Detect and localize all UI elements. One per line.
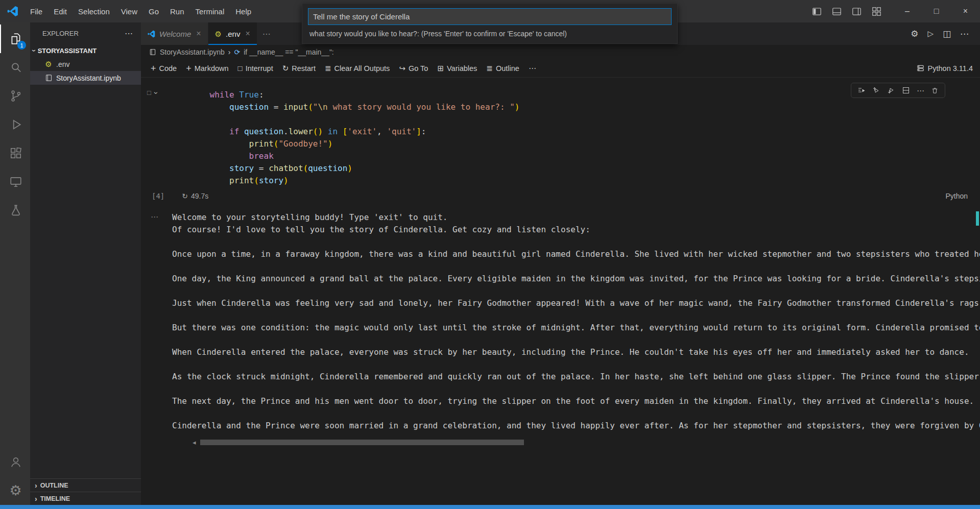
explorer-badge: 1 <box>17 41 26 50</box>
execution-count: [4] <box>152 192 164 200</box>
chevron-right-icon: › <box>35 482 37 489</box>
toggle-secondary-sidebar-icon[interactable] <box>848 4 866 19</box>
close-tab-icon[interactable]: × <box>196 29 201 38</box>
outline-button[interactable]: ≣ Outline <box>482 62 524 75</box>
search-icon[interactable] <box>0 53 30 82</box>
run-and-debug-icon[interactable] <box>0 110 30 139</box>
delete-cell-icon[interactable] <box>928 86 941 95</box>
quick-input-field[interactable] <box>308 8 672 25</box>
kernel-label: Python 3.11.4 <box>928 64 973 72</box>
cell-more-actions-icon[interactable]: ⋯ <box>914 86 927 95</box>
execute-above-icon[interactable] <box>870 85 883 95</box>
toggle-panel-icon[interactable] <box>828 4 846 19</box>
tab-label: .env <box>226 30 240 38</box>
chevron-down-icon: › <box>31 50 38 52</box>
output-collapse-icon[interactable]: ⋯ <box>151 212 158 222</box>
output-text: Welcome to your storytelling buddy! Type… <box>172 211 980 432</box>
quick-input-widget: what story would you like to hear?: (Pre… <box>302 3 678 44</box>
breadcrumb-symbol[interactable]: if __name__ == "__main__": <box>244 48 334 56</box>
output-horizontal-scrollbar[interactable]: ◂ <box>193 439 980 445</box>
menu-terminal[interactable]: Terminal <box>190 5 230 18</box>
remote-explorer-icon[interactable] <box>0 167 30 196</box>
cell-collapse-icon[interactable]: □ <box>147 89 151 96</box>
add-markdown-cell-button[interactable]: + Markdown <box>181 62 233 75</box>
kernel-picker[interactable]: Python 3.11.4 <box>917 64 973 72</box>
editor-more-actions-icon[interactable]: ⋯ <box>956 27 973 41</box>
menu-edit[interactable]: Edit <box>48 5 73 18</box>
chevron-right-icon: › <box>35 495 37 502</box>
outline-icon: ≣ <box>486 64 493 72</box>
more-tabs-icon[interactable]: ⋯ <box>257 22 276 45</box>
cell-language[interactable]: Python <box>945 192 968 200</box>
explorer-icon[interactable]: 1 <box>0 25 30 53</box>
split-editor-icon[interactable]: ◫ <box>939 27 955 41</box>
menu-selection[interactable]: Selection <box>73 5 115 18</box>
plus-icon: + <box>151 64 156 73</box>
cell-toolbar: ⋯ <box>851 83 945 98</box>
tab-welcome[interactable]: Welcome × <box>141 22 208 45</box>
folder-name: STORYASSISTANT <box>38 47 97 55</box>
close-button[interactable]: × <box>951 0 980 22</box>
customize-layout-icon[interactable] <box>868 4 886 19</box>
status-bar <box>0 505 980 509</box>
kernel-icon <box>917 64 924 72</box>
sidebar-header: EXPLORER ⋯ <box>30 22 141 44</box>
vscode-logo-icon <box>7 6 18 17</box>
gear-icon: ⚙ <box>215 30 222 38</box>
interrupt-button[interactable]: □ Interrupt <box>233 62 278 75</box>
folder-section-storyassistant[interactable]: › STORYASSISTANT <box>30 44 141 57</box>
run-all-icon[interactable]: ▷ <box>923 27 938 40</box>
sidebar-more-actions-icon[interactable]: ⋯ <box>123 29 135 38</box>
go-to-button[interactable]: ↪ Go To <box>394 62 433 75</box>
breadcrumb-file[interactable]: StoryAssistant.ipynb <box>160 48 225 56</box>
editor-settings-icon[interactable]: ⚙ <box>906 27 922 41</box>
run-by-line-icon[interactable] <box>855 85 868 95</box>
scrollbar-thumb[interactable] <box>200 440 524 445</box>
gear-icon: ⚙ <box>44 60 53 68</box>
variables-button[interactable]: ⊞ Variables <box>433 62 482 75</box>
clear-all-outputs-button[interactable]: ≣ Clear All Outputs <box>320 62 394 75</box>
file-item-storyassistant-ipynb[interactable]: StoryAssistant.ipynb <box>30 71 141 85</box>
menu-go[interactable]: Go <box>143 5 164 18</box>
toolbar-more-actions-icon[interactable]: ⋯ <box>524 62 541 74</box>
toggle-sidebar-icon[interactable] <box>808 4 826 19</box>
plus-icon: + <box>186 64 192 73</box>
extensions-icon[interactable] <box>0 139 30 167</box>
execution-status-icon: ↻ <box>182 192 188 200</box>
minimize-button[interactable]: – <box>893 0 922 22</box>
accounts-icon[interactable] <box>0 448 30 476</box>
settings-gear-icon[interactable]: ⚙ <box>0 476 30 505</box>
titlebar-controls: – □ × <box>808 0 980 22</box>
testing-icon[interactable] <box>0 196 30 225</box>
activity-bar: 1 ⚙ <box>0 22 30 505</box>
source-control-icon[interactable] <box>0 82 30 110</box>
chevron-down-icon[interactable]: › <box>153 91 160 94</box>
scroll-left-icon[interactable]: ◂ <box>193 439 196 446</box>
explorer-sidebar: EXPLORER ⋯ › STORYASSISTANT ⚙ .env Story… <box>30 22 141 505</box>
clear-all-icon: ≣ <box>325 64 331 72</box>
go-to-icon: ↪ <box>399 64 405 72</box>
file-item-env[interactable]: ⚙ .env <box>30 57 141 71</box>
execute-below-icon[interactable] <box>885 85 898 95</box>
vscode-icon <box>148 30 155 38</box>
menu-file[interactable]: File <box>25 5 48 18</box>
outline-section[interactable]: › OUTLINE <box>30 478 141 492</box>
menu-view[interactable]: View <box>115 5 143 18</box>
menubar: File Edit Selection View Go Run Terminal… <box>25 5 257 18</box>
menu-run[interactable]: Run <box>164 5 190 18</box>
cell-output: ⋯ Welcome to your storytelling buddy! Ty… <box>141 205 980 445</box>
maximize-button[interactable]: □ <box>922 0 951 22</box>
variables-icon: ⊞ <box>437 64 444 72</box>
tab-env[interactable]: ⚙ .env × <box>208 22 257 45</box>
restart-button[interactable]: ↻ Restart <box>278 62 320 75</box>
file-name: StoryAssistant.ipynb <box>56 74 121 82</box>
timeline-section[interactable]: › TIMELINE <box>30 492 141 505</box>
notebook-content: □ › while True: question = input("\n wha… <box>141 78 980 505</box>
close-tab-icon[interactable]: × <box>245 29 250 38</box>
split-cell-icon[interactable] <box>899 85 913 95</box>
quick-input-prompt: what story would you like to hear?: (Pre… <box>308 25 672 43</box>
menu-help[interactable]: Help <box>230 5 257 18</box>
add-code-cell-button[interactable]: + Code <box>146 62 181 75</box>
execution-duration: 49.7s <box>191 192 208 200</box>
code-lines[interactable]: while True: question = input("\n what st… <box>190 89 980 187</box>
